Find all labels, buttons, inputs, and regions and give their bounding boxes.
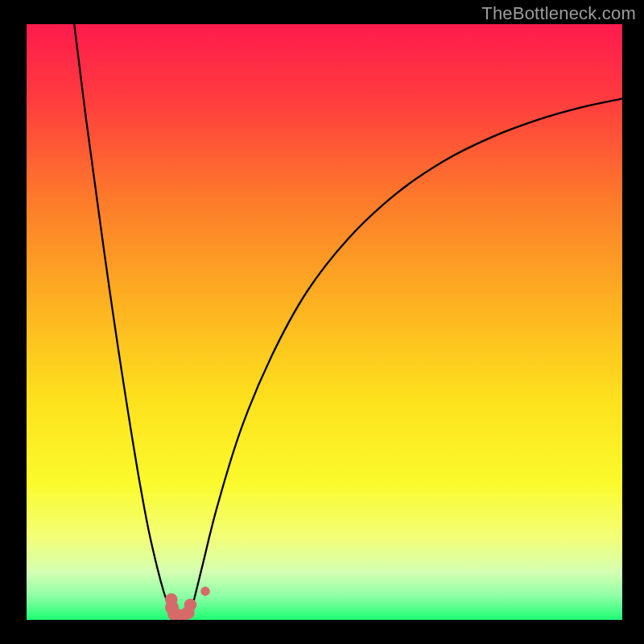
- gradient-background: [27, 24, 622, 620]
- plot-area: [27, 24, 622, 620]
- chart-svg: [27, 24, 622, 620]
- blob-right-up: [184, 599, 197, 612]
- watermark-text: TheBottleneck.com: [481, 3, 636, 24]
- chart-frame: TheBottleneck.com: [0, 0, 644, 644]
- blob-outlier: [200, 587, 210, 597]
